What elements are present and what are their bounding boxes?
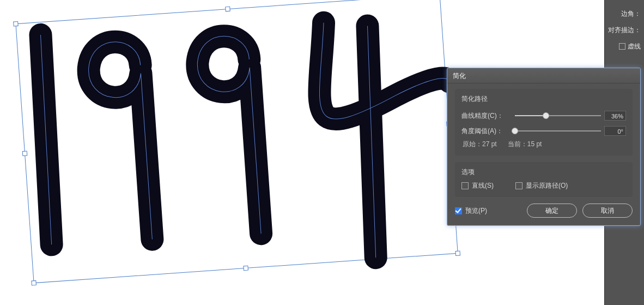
curve-precision-slider[interactable] bbox=[515, 115, 601, 116]
svg-rect-7 bbox=[244, 266, 248, 271]
ok-button[interactable]: 确定 bbox=[527, 204, 577, 218]
selection-bounding-box bbox=[20, 0, 453, 284]
show-original-label: 显示原路径(O) bbox=[526, 181, 568, 190]
simplify-dialog: 简化 简化路径 曲线精度(C)： 36% 角度阈值(A)： 0° bbox=[447, 68, 641, 226]
angle-threshold-label: 角度阈值(A)： bbox=[461, 127, 512, 136]
options-title: 选项 bbox=[461, 168, 626, 177]
svg-rect-0 bbox=[16, 0, 458, 283]
curve-precision-value[interactable]: 36% bbox=[604, 111, 626, 121]
artwork-1994[interactable] bbox=[16, 0, 463, 284]
preview-label: 预览(P) bbox=[465, 206, 487, 216]
curve-precision-label: 曲线精度(C)： bbox=[461, 111, 512, 121]
svg-rect-4 bbox=[22, 151, 27, 156]
svg-rect-8 bbox=[455, 251, 460, 256]
svg-rect-2 bbox=[226, 7, 230, 11]
status-original: 原始：27 pt bbox=[463, 140, 497, 149]
dashed-label: 虚线 bbox=[628, 42, 641, 51]
cancel-button[interactable]: 取消 bbox=[582, 204, 633, 218]
svg-rect-6 bbox=[32, 280, 37, 285]
options-group: 选项 直线(S) 显示原路径(O) bbox=[455, 162, 633, 197]
dialog-title[interactable]: 简化 bbox=[447, 68, 640, 83]
align-stroke-label: 对齐描边： bbox=[608, 26, 641, 35]
simplify-path-title: 简化路径 bbox=[461, 94, 626, 104]
simplify-path-group: 简化路径 曲线精度(C)： 36% 角度阈值(A)： 0° 原始：27 pt bbox=[455, 89, 633, 156]
corner-label: 边角： bbox=[621, 9, 641, 19]
dashed-checkbox[interactable] bbox=[619, 43, 625, 50]
straight-lines-label: 直线(S) bbox=[472, 181, 494, 190]
preview-check[interactable]: 预览(P) bbox=[455, 206, 487, 216]
angle-threshold-value[interactable]: 0° bbox=[604, 126, 626, 136]
show-original-check[interactable]: 显示原路径(O) bbox=[515, 181, 568, 190]
angle-threshold-slider[interactable] bbox=[515, 130, 601, 131]
status-current: 当前：15 pt bbox=[508, 140, 542, 149]
svg-rect-1 bbox=[14, 22, 19, 27]
straight-lines-check[interactable]: 直线(S) bbox=[461, 181, 494, 190]
